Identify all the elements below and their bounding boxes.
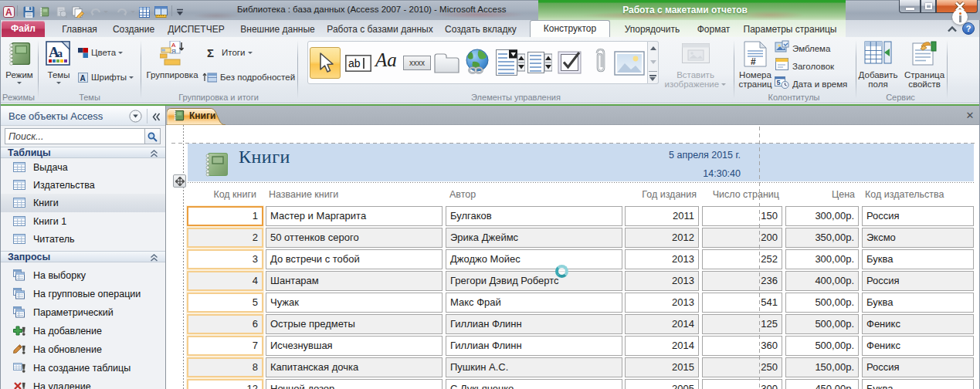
svg-text:a: a	[57, 48, 63, 59]
svg-text:Я: Я	[171, 48, 176, 55]
svg-text:A: A	[80, 74, 86, 83]
svg-text:ab: ab	[348, 57, 361, 69]
svg-text:5: 5	[777, 79, 781, 86]
svg-text:A: A	[5, 7, 12, 18]
svg-text:#: #	[751, 56, 756, 67]
